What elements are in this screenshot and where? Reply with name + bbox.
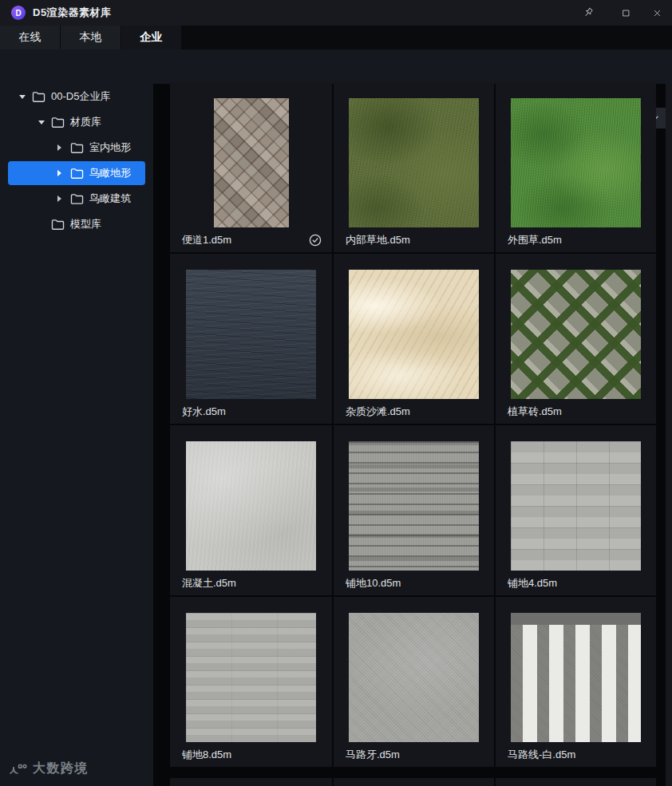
material-name: 好水.d5m — [182, 405, 226, 419]
tree-item-aerial-building[interactable]: 鸟瞰建筑 — [0, 186, 153, 211]
caret-right-icon[interactable] — [57, 196, 67, 202]
maximize-button[interactable] — [612, 0, 639, 26]
material-item[interactable]: 外围草.d5m — [496, 82, 656, 252]
tree-item-label: 鸟瞰地形 — [89, 166, 131, 180]
material-name: 马路线-白.d5m — [508, 748, 575, 762]
material-item[interactable]: 内部草地.d5m — [334, 82, 494, 252]
material-item[interactable]: 杂质沙滩.d5m — [334, 254, 494, 424]
maximize-icon — [620, 7, 632, 19]
pin-button[interactable] — [575, 0, 602, 26]
material-thumbnail — [511, 613, 641, 742]
tab-online[interactable]: 在线 — [0, 26, 60, 49]
material-thumbnail — [349, 98, 479, 227]
material-item[interactable]: 好水.d5m — [170, 254, 332, 424]
material-item[interactable]: 铺地8.d5m — [170, 597, 332, 767]
tree-item-material-lib[interactable]: 材质库 — [0, 109, 153, 135]
close-icon — [651, 7, 663, 19]
material-item[interactable]: 混凝土.d5m — [170, 425, 332, 595]
tree-item-label: 鸟瞰建筑 — [89, 192, 131, 206]
material-name: 杂质沙滩.d5m — [346, 405, 410, 419]
material-item[interactable]: 便道1.d5m — [170, 82, 332, 252]
material-name: 混凝土.d5m — [182, 576, 236, 590]
tab-enterprise[interactable]: 企业 — [121, 26, 181, 49]
caret-right-icon[interactable] — [57, 170, 67, 176]
scrollbar-track[interactable] — [666, 84, 672, 786]
dashu-logo-icon — [8, 761, 27, 777]
material-item[interactable]: 铺地4.d5m — [496, 425, 656, 595]
caret-down-icon[interactable] — [19, 95, 29, 99]
material-thumbnail — [349, 441, 479, 571]
tree-item-enterprise-root[interactable]: 00-D5企业库 — [0, 84, 153, 109]
toolbar: 中尺寸 — [0, 49, 672, 84]
folder-icon — [70, 142, 84, 154]
material-thumbnail — [186, 270, 316, 399]
watermark-text: 大数跨境 — [33, 760, 89, 777]
tree-item-label: 室内地形 — [89, 140, 131, 155]
material-thumbnail — [186, 613, 316, 742]
folder-icon — [70, 193, 84, 205]
app-window: D D5渲染器素材库 在线 本地 企业 — [0, 0, 672, 786]
folder-icon — [51, 219, 65, 231]
folder-icon — [51, 117, 65, 128]
caret-right-icon[interactable] — [57, 144, 67, 151]
material-name: 外围草.d5m — [508, 233, 562, 247]
material-thumbnail — [349, 613, 479, 742]
material-thumbnail — [511, 441, 641, 571]
tree-item-indoor-terrain[interactable]: 室内地形 — [0, 135, 153, 160]
pin-icon — [582, 6, 595, 19]
tree-item-label: 00-D5企业库 — [51, 89, 110, 104]
material-item[interactable]: 马路线-白.d5m — [496, 597, 656, 767]
material-item-partial[interactable] — [170, 778, 332, 786]
material-name: 铺地4.d5m — [508, 576, 557, 590]
material-name: 铺地10.d5m — [346, 576, 401, 590]
close-button[interactable] — [643, 0, 670, 26]
tree-item-label: 模型库 — [70, 217, 101, 231]
tree-item-aerial-terrain-selected[interactable]: 鸟瞰地形 — [0, 160, 153, 186]
d5-logo-icon: D — [11, 6, 26, 20]
folder-icon — [70, 168, 84, 180]
tab-local[interactable]: 本地 — [61, 26, 121, 49]
material-thumbnail — [511, 98, 641, 227]
material-name: 马路牙.d5m — [346, 748, 400, 762]
watermark: 大数跨境 — [8, 760, 89, 777]
material-item[interactable]: 马路牙.d5m — [334, 597, 494, 767]
material-name: 铺地8.d5m — [182, 748, 231, 762]
sidebar: 00-D5企业库 材质库 室内地形 — [0, 84, 153, 786]
material-item[interactable]: 植草砖.d5m — [496, 254, 656, 424]
material-name: 内部草地.d5m — [346, 233, 410, 247]
material-thumbnail — [186, 441, 316, 571]
material-name: 植草砖.d5m — [508, 405, 562, 419]
material-item-partial[interactable] — [496, 778, 656, 786]
material-thumbnail — [214, 98, 289, 227]
tree-item-model-lib[interactable]: 模型库 — [0, 211, 153, 237]
tab-bar: 在线 本地 企业 — [0, 26, 672, 49]
window-title: D5渲染器素材库 — [33, 0, 112, 26]
folder-icon — [32, 91, 45, 103]
material-name: 便道1.d5m — [182, 233, 231, 247]
material-thumbnail — [349, 270, 479, 399]
material-item-partial[interactable] — [334, 778, 494, 786]
check-circle-icon — [309, 234, 322, 247]
material-item[interactable]: 铺地10.d5m — [334, 425, 494, 595]
title-bar: D D5渲染器素材库 — [0, 0, 672, 26]
caret-down-icon[interactable] — [38, 120, 48, 124]
tree-item-label: 材质库 — [70, 115, 101, 129]
material-thumbnail — [511, 270, 641, 399]
